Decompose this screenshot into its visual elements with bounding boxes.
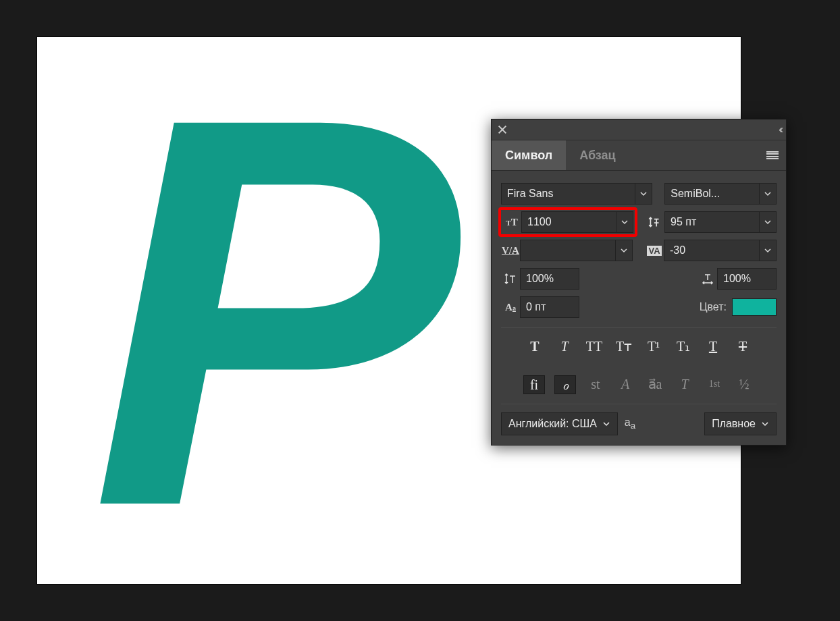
panel-titlebar: ‹‹ (492, 119, 786, 140)
font-family-select[interactable]: Fira Sans (501, 183, 635, 205)
kerning-icon: V/A (501, 245, 520, 256)
canvas-glyph: P (90, 77, 446, 547)
tracking-icon: VA (645, 246, 664, 256)
small-caps-button[interactable]: Tᴛ (614, 338, 634, 355)
superscript-button[interactable]: T¹ (644, 338, 664, 355)
subscript-button[interactable]: T₁ (673, 338, 693, 355)
color-swatch[interactable] (732, 298, 777, 316)
leading-dropdown-icon[interactable] (760, 211, 777, 233)
baseline-shift-icon: Aa (501, 302, 520, 313)
tracking-dropdown-icon[interactable] (760, 240, 777, 261)
discretionary-ligatures-button[interactable]: st (585, 375, 606, 393)
vertical-scale-input[interactable]: 100% (520, 268, 579, 290)
contextual-alternates-button[interactable]: ℴ (554, 375, 576, 394)
text-style-row: T T TT Tᴛ T¹ T₁ T T (501, 327, 777, 364)
faux-italic-button[interactable]: T (554, 338, 575, 355)
tracking-input[interactable]: -30 (664, 240, 760, 261)
vertical-scale-icon (501, 272, 520, 286)
tab-paragraph[interactable]: Абзац (566, 140, 629, 170)
hamburger-icon (766, 151, 779, 159)
titling-alternates-button[interactable]: T (675, 375, 695, 393)
language-value: Английский: США (508, 418, 597, 430)
kerning-dropdown-icon[interactable] (616, 240, 633, 261)
antialiasing-value: Плавное (712, 418, 756, 430)
horizontal-scale-input[interactable]: 100% (717, 268, 777, 290)
leading-input[interactable]: 95 пт (664, 211, 760, 233)
horizontal-scale-icon (698, 272, 717, 286)
font-size-highlight: TT 1100 (498, 207, 637, 237)
collapse-icon[interactable]: ‹‹ (779, 124, 781, 136)
strikethrough-button[interactable]: T (733, 338, 753, 355)
baseline-shift-input[interactable]: 0 пт (520, 296, 579, 318)
swash-button[interactable]: A (615, 375, 635, 393)
language-select[interactable]: Английский: США (501, 412, 618, 435)
font-size-input[interactable]: 1100 (521, 211, 616, 233)
antialiasing-select[interactable]: Плавное (704, 412, 777, 435)
panel-tabs: Символ Абзац (492, 140, 786, 171)
opentype-row: fi ℴ st A a⃗a T 1st ½ (501, 374, 777, 404)
kerning-input[interactable] (520, 240, 616, 261)
font-family-dropdown-icon[interactable] (635, 183, 652, 205)
fractions-button[interactable]: ½ (734, 375, 754, 393)
antialiasing-icon: aa (625, 416, 635, 431)
font-style-select[interactable]: SemiBol... (664, 183, 760, 205)
character-panel: ‹‹ Символ Абзац Fira Sans SemiBol... TT … (491, 119, 787, 446)
bottom-row: Английский: США aa Плавное (501, 404, 777, 435)
close-icon[interactable] (497, 124, 508, 135)
stylistic-alternates-button[interactable]: a⃗a (645, 375, 665, 393)
font-size-dropdown-icon[interactable] (616, 211, 633, 233)
panel-menu-button[interactable] (759, 140, 786, 170)
tab-character[interactable]: Символ (492, 140, 566, 170)
ordinals-button[interactable]: 1st (704, 375, 725, 393)
all-caps-button[interactable]: TT (584, 338, 604, 355)
underline-button[interactable]: T (703, 338, 723, 355)
ligatures-button[interactable]: fi (523, 375, 545, 394)
faux-bold-button[interactable]: T (525, 338, 545, 355)
font-style-dropdown-icon[interactable] (760, 183, 777, 205)
font-size-icon: TT (502, 217, 521, 228)
leading-icon (646, 215, 664, 230)
panel-body: Fira Sans SemiBol... TT 1100 95 пт (492, 171, 786, 445)
color-label: Цвет: (700, 301, 727, 313)
